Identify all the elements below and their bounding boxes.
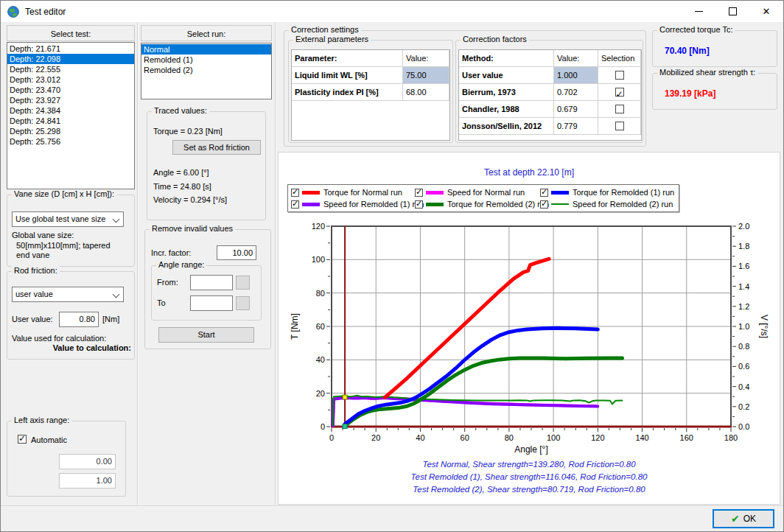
- list-item[interactable]: Depth: 22.098: [7, 54, 134, 64]
- value-cell[interactable]: 75.00: [403, 67, 449, 84]
- close-button[interactable]: ✕: [749, 1, 783, 22]
- divider: [1, 505, 783, 507]
- rod-friction-combobox[interactable]: user value: [12, 287, 124, 302]
- ok-button[interactable]: ✔ OK: [713, 509, 774, 528]
- test-list[interactable]: Depth: 21.671Depth: 22.098Depth: 22.555D…: [7, 42, 135, 189]
- set-rod-friction-button[interactable]: Set as Rod friction: [172, 140, 261, 155]
- axis-label: 0.6: [738, 362, 749, 371]
- legend-checkbox[interactable]: [540, 189, 548, 197]
- value-cell[interactable]: 0.702: [554, 84, 598, 101]
- remove-invalid-legend: Remove invalid values: [150, 224, 235, 233]
- list-item[interactable]: Depth: 21.671: [7, 43, 134, 54]
- selection-checkbox[interactable]: [615, 105, 624, 113]
- vane-size-combobox[interactable]: Use global test vane size: [12, 211, 124, 227]
- selection-cell[interactable]: [598, 118, 641, 135]
- list-item[interactable]: Depth: 23.927: [7, 95, 134, 105]
- legend-checkbox[interactable]: [291, 189, 299, 197]
- axis-label: 20: [316, 389, 325, 398]
- axis-label: 20: [371, 433, 380, 442]
- axis-label: 140: [635, 433, 648, 442]
- global-vane-value-line1: 50[mm]x110[mm]; tapered: [16, 241, 111, 250]
- table-row[interactable]: Plasticity index PI [%]68.00: [292, 84, 449, 101]
- list-item[interactable]: Normal: [141, 44, 271, 55]
- automatic-checkbox[interactable]: [18, 435, 27, 444]
- legend-checkbox[interactable]: [415, 189, 423, 197]
- to-label: To: [157, 298, 166, 307]
- list-item[interactable]: Depth: 24.841: [7, 116, 134, 126]
- list-item[interactable]: Depth: 23.012: [7, 74, 134, 85]
- method-cell: Bierrum, 1973: [459, 84, 554, 101]
- selection-cell[interactable]: [598, 101, 641, 118]
- rod-friction-combobox-value: user value: [15, 290, 53, 298]
- angle-range-legend: Angle range:: [156, 260, 206, 269]
- table-row[interactable]: Bierrum, 19730.702: [459, 84, 641, 101]
- vane-size-legend: Vane size (D [cm] x H [cm]):: [12, 189, 116, 198]
- value-cell[interactable]: 1.000: [554, 67, 598, 84]
- selection-checkbox[interactable]: [615, 122, 624, 130]
- axis-label: 100: [312, 255, 325, 264]
- axis-label: 80: [505, 433, 514, 442]
- titlebar: Test editor ✕: [1, 1, 783, 23]
- axis-min-input[interactable]: 0.00: [59, 454, 116, 469]
- table-header-cell: Value:: [403, 50, 449, 67]
- value-cell[interactable]: 0.679: [554, 101, 598, 118]
- legend-swatch: [551, 203, 569, 205]
- left-axis-range-legend: Left axis range:: [12, 416, 71, 424]
- value-cell[interactable]: 68.00: [403, 84, 449, 101]
- to-input[interactable]: [190, 295, 233, 311]
- legend-checkbox[interactable]: [540, 200, 548, 209]
- table-row[interactable]: Chandler, 19880.679: [459, 101, 641, 118]
- table-row[interactable]: Jonsson/Sellin, 20120.779: [459, 118, 641, 135]
- value-cell[interactable]: 0.779: [554, 118, 598, 135]
- list-item[interactable]: Remolded (2): [141, 65, 271, 75]
- selection-cell[interactable]: [598, 67, 641, 84]
- minimize-button[interactable]: [682, 1, 715, 22]
- table-row[interactable]: Liquid limit WL [%]75.00: [292, 67, 449, 84]
- legend-swatch: [426, 191, 444, 195]
- list-item[interactable]: Depth: 22.555: [7, 64, 134, 74]
- list-item[interactable]: Remolded (1): [141, 55, 271, 65]
- table-header-row: Method:Value:Selection: [459, 50, 641, 67]
- to-pick-button[interactable]: [236, 296, 250, 310]
- external-parameters-table[interactable]: Parameter:Value:Liquid limit WL [%]75.00…: [291, 49, 450, 141]
- list-item[interactable]: Depth: 24.384: [7, 105, 134, 116]
- selection-checkbox[interactable]: [615, 88, 624, 97]
- from-label: From:: [157, 278, 178, 287]
- mobilized-shear-value: 139.19 [kPa]: [665, 88, 715, 99]
- legend-label: Speed for Remolded (2) run: [573, 200, 673, 209]
- mobilized-shear-legend: Mobilized shear strength τ:: [657, 68, 757, 77]
- axis-label: 0.8: [738, 342, 749, 351]
- axis-label: 60: [316, 322, 325, 331]
- legend-checkbox[interactable]: [415, 200, 423, 209]
- list-item[interactable]: Depth: 23.470: [7, 85, 134, 95]
- from-input[interactable]: [190, 275, 233, 290]
- maximize-button[interactable]: [715, 1, 749, 22]
- chart-svg[interactable]: 0204060801001201401601800204060801001200…: [279, 214, 781, 457]
- axis-max-input[interactable]: 1.00: [59, 473, 116, 489]
- divider: [137, 23, 139, 505]
- parameter-cell: Liquid limit WL [%]: [292, 67, 403, 84]
- correction-factors-table[interactable]: Method:Value:SelectionUser value1.000Bie…: [458, 49, 642, 141]
- run-list[interactable]: NormalRemolded (1)Remolded (2): [141, 43, 272, 99]
- from-pick-button[interactable]: [236, 276, 250, 290]
- table-header-row: Parameter:Value:: [292, 50, 449, 67]
- chart-legend-grid: Torque for Normal runSpeed for Normal ru…: [291, 186, 679, 210]
- rod-friction-group: Rod friction: user value User value: 0.8…: [7, 271, 135, 360]
- table-row[interactable]: User value1.000: [459, 67, 641, 84]
- legend-label: Torque for Remolded (2) run: [447, 200, 549, 209]
- legend-checkbox[interactable]: [291, 200, 299, 209]
- axis-label: 0.0: [738, 422, 749, 431]
- start-button[interactable]: Start: [158, 327, 254, 343]
- selection-checkbox[interactable]: [615, 71, 624, 80]
- incr-factor-input[interactable]: 10.00: [217, 245, 256, 260]
- list-item[interactable]: Depth: 25.298: [7, 126, 134, 136]
- axis-label: 100: [547, 433, 560, 442]
- list-item[interactable]: Depth: 25.756: [7, 136, 134, 147]
- chart-annotation: Test Remolded (1), Shear strength=116.04…: [279, 472, 780, 485]
- selection-cell[interactable]: [598, 84, 641, 101]
- traced-time: Time = 24.80 [s]: [153, 182, 211, 191]
- remove-invalid-group: Remove invalid values Incr. factor: 10.0…: [144, 229, 271, 349]
- user-value-input[interactable]: 0.80: [59, 312, 99, 327]
- app-icon: [7, 6, 19, 18]
- left-axis-range-group: Left axis range: Automatic 0.00 1.00: [7, 421, 126, 497]
